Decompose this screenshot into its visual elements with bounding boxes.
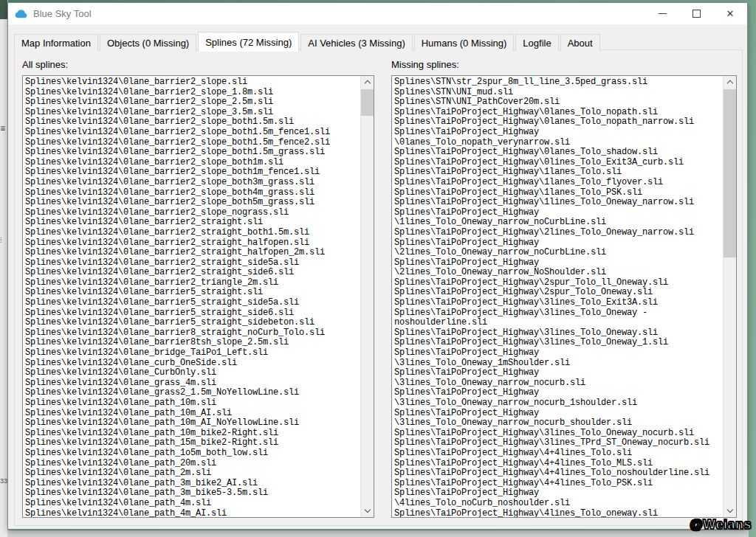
list-item[interactable]: Splines\TaiPoProject_Highway\2lines_Tolo… [394,228,721,238]
list-item[interactable]: Splines\TaiPoProject_Highway\0lines_Tolo… [394,158,721,168]
scroll-down-button[interactable] [361,505,374,517]
scroll-up-button[interactable] [361,76,374,89]
list-item[interactable]: Splines\kelvin1324\0lane_barrier2_slope_… [25,148,359,158]
list-item[interactable]: Splines\kelvin1324\0lane_grass_4m.sli [25,378,359,389]
list-item[interactable]: Splines\TaiPoProject_Highway\0lanes_Tolo… [394,148,721,158]
list-item[interactable]: Splines\kelvin1324\0lane_barrier2_slope_… [25,128,359,138]
list-item[interactable]: Splines\TaiPoProject_Highway\3lines_Tolo… [394,328,721,339]
scrollbar-thumb[interactable] [361,89,374,116]
missing-splines-listbox[interactable]: Splines\STN\str_2spur_8m_ll_line_3.5ped_… [391,75,737,518]
list-item[interactable]: Splines\kelvin1324\0lane_barrier5_straig… [25,298,359,308]
list-item[interactable]: Splines\kelvin1324\0lane_bridge_TaiPo1_L… [25,348,359,358]
list-item[interactable]: Splines\STN\str_2spur_8m_ll_line_3.5ped_… [394,77,721,88]
list-item[interactable]: Splines\kelvin1324\0lane_CurbOnly.sli [25,368,359,378]
list-item[interactable]: Splines\TaiPoProject_Highway [394,128,721,138]
list-item[interactable]: Splines\kelvin1324\0lane_barrier2_slope_… [25,117,359,128]
list-item[interactable]: Splines\TaiPoProject_Highway\4lines_Tolo… [394,509,721,517]
list-item[interactable]: Splines\kelvin1324\0lane_path_10m.sli [25,398,359,409]
list-item[interactable]: Splines\kelvin1324\0lane_barrier2_slope_… [25,188,359,198]
list-item[interactable]: Splines\kelvin1324\0lane_barrier2_slope_… [25,198,359,208]
list-item[interactable]: Splines\kelvin1324\0lane_path_2m.sli [25,468,359,479]
list-item[interactable]: Splines\kelvin1324\0lane_barrier2_slope_… [25,108,359,118]
list-item[interactable]: Splines\kelvin1324\0lane_barrier5_straig… [25,288,359,298]
list-item[interactable]: \3lines_Tolo_Oneway_narrow_nocurb.sli [394,378,721,389]
list-item[interactable]: Splines\TaiPoProject_Highway\1lanes_Tolo… [394,178,721,188]
close-button[interactable]: ✕ [713,3,747,24]
list-item[interactable]: Splines\kelvin1324\0lane_barrier2_slope_… [25,97,359,108]
list-item[interactable]: Splines\kelvin1324\0lane_barrier8_straig… [25,328,359,339]
list-item[interactable]: \4lines_Tolo_noCurb_noshoulder.sli [394,499,721,509]
list-item[interactable]: \1lines_Tolo_Oneway_narrow_noCurbLine.sl… [394,218,721,228]
tab-splines-72-missing[interactable]: Splines (72 Missing) [198,32,299,52]
list-item[interactable]: Splines\TaiPoProject_Highway [394,348,721,358]
tab-humans-0-missing[interactable]: Humans (0 Missing) [414,34,515,51]
list-item[interactable]: Splines\TaiPoProject_Highway\4+4lines_To… [394,468,721,479]
list-item[interactable]: Splines\TaiPoProject_Highway\3lines_TPrd… [394,438,721,448]
list-item[interactable]: \3lines_Tolo_Oneway_narrow_nocurb_should… [394,418,721,429]
scroll-down-button[interactable] [724,505,736,517]
all-splines-listbox[interactable]: Splines\kelvin1324\0lane_barrier2_slope.… [22,75,374,518]
list-item[interactable]: Splines\TaiPoProject_Highway\1lines_Tolo… [394,198,721,208]
list-item[interactable]: Splines\kelvin1324\0lane_barrier2_straig… [25,218,359,228]
list-item[interactable]: Splines\kelvin1324\0lane_barrier2_slope_… [25,88,359,98]
list-item[interactable]: \2lines_Tolo_Oneway_narrow_NoShoulder.sl… [394,268,721,278]
list-item[interactable]: Splines\kelvin1324\0lane_path_3m_bike2_A… [25,479,359,489]
list-item[interactable]: Splines\TaiPoProject_Highway\0lanes_Tolo… [394,108,721,118]
list-item[interactable]: Splines\kelvin1324\0lane_path_4m_AI.sli [25,509,359,517]
list-item[interactable]: Splines\kelvin1324\0lane_barrier2_slope_… [25,138,359,148]
list-item[interactable]: Splines\TaiPoProject_Highway\4+4lines_To… [394,479,721,489]
tab-logfile[interactable]: Logfile [515,34,558,51]
list-item[interactable]: Splines\kelvin1324\0lane_barrier2_slope_… [25,158,359,168]
list-item[interactable]: Splines\TaiPoProject_Highway [394,409,721,419]
titlebar[interactable]: Blue Sky Tool ✕ [8,3,747,24]
list-item[interactable]: Splines\TaiPoProject_Highway\2spur_Tolo_… [394,288,721,298]
list-item[interactable]: \3lines_Tolo_Oneway_1mShoulder.sli [394,358,721,369]
list-item[interactable]: Splines\kelvin1324\0lane_barrier2_straig… [25,238,359,249]
scrollbar-thumb[interactable] [724,89,736,257]
tab-about[interactable]: About [560,34,600,51]
list-item[interactable]: Splines\TaiPoProject_Highway\3lines_Tolo… [394,429,721,439]
list-item[interactable]: Splines\kelvin1324\0lane_barrier2_slope.… [25,77,359,88]
list-item[interactable]: Splines\kelvin1324\0lane_path_10m_bike2-… [25,429,359,439]
list-item[interactable]: Splines\TaiPoProject_Highway [394,208,721,218]
list-item[interactable]: Splines\kelvin1324\0lane_barrier2_slope_… [25,178,359,188]
list-item[interactable]: Splines\kelvin1324\0lane_barrier5_straig… [25,318,359,328]
list-item[interactable]: Splines\kelvin1324\0lane_barrier5_straig… [25,308,359,319]
list-item[interactable]: noshoulderline.sli [394,318,721,328]
list-item[interactable]: Splines\STN\UNI_PathCover20m.sli [394,97,721,108]
list-item[interactable]: Splines\TaiPoProject_Highway\3lines_Tolo… [394,308,721,319]
list-item[interactable]: Splines\kelvin1324\0lane_path_20m.sli [25,459,359,469]
list-item[interactable]: Splines\TaiPoProject_Highway\1lanes_Tolo… [394,188,721,198]
list-item[interactable]: Splines\kelvin1324\0lane_barrier2_straig… [25,258,359,268]
maximize-button[interactable] [679,3,713,24]
all-splines-scrollbar[interactable] [360,76,374,517]
missing-splines-scrollbar[interactable] [723,76,736,517]
list-item[interactable]: Splines\TaiPoProject_Highway\4+4lines_To… [394,448,721,459]
list-item[interactable]: Splines\TaiPoProject_Highway\3lines_Tolo… [394,338,721,348]
list-item[interactable]: Splines\kelvin1324\0lane_path_1o5m_both_… [25,448,359,459]
minimize-button[interactable] [645,3,679,24]
scroll-up-button[interactable] [724,76,736,89]
list-item[interactable]: Splines\kelvin1324\0lane_path_3m_bike5-3… [25,488,359,499]
list-item[interactable]: Splines\kelvin1324\0lane_barrier2_triang… [25,278,359,288]
list-item[interactable]: \0lanes_Tolo_nopath_verynarrow.sli [394,138,721,148]
tab-map-information[interactable]: Map Information [14,34,98,51]
list-item[interactable]: Splines\STN\UNI_mud.sli [394,88,721,98]
list-item[interactable]: \2lines_Tolo_Oneway_narrow_noCurbLine.sl… [394,248,721,258]
list-item[interactable]: Splines\TaiPoProject_Highway\4+4lines_To… [394,459,721,469]
list-item[interactable]: Splines\kelvin1324\0lane_barrier8tsh_slo… [25,338,359,348]
list-item[interactable]: Splines\TaiPoProject_Highway [394,388,721,398]
list-item[interactable]: Splines\TaiPoProject_Highway [394,368,721,378]
list-item[interactable]: Splines\kelvin1324\0lane_barrier2_slope_… [25,208,359,218]
list-item[interactable]: Splines\kelvin1324\0lane_barrier2_straig… [25,248,359,258]
list-item[interactable]: Splines\TaiPoProject_Highway\1lanes_Tolo… [394,167,721,178]
tab-ai-vehicles-3-missing[interactable]: AI Vehicles (3 Missing) [300,34,413,51]
list-item[interactable]: Splines\kelvin1324\0lane_grass2_1.5m_NoY… [25,388,359,398]
list-item[interactable]: Splines\TaiPoProject_Highway [394,258,721,268]
list-item[interactable]: Splines\TaiPoProject_Highway\2spur_Tolo_… [394,278,721,288]
list-item[interactable]: Splines\kelvin1324\0lane_path_10m_AI.sli [25,409,359,419]
list-item[interactable]: Splines\TaiPoProject_Highway [394,238,721,249]
list-item[interactable]: Splines\kelvin1324\0lane_barrier2_slope_… [25,167,359,178]
list-item[interactable]: \3lines_Tolo_Oneway_narrow_nocurb_1shoul… [394,398,721,409]
tab-objects-0-missing[interactable]: Objects (0 Missing) [100,34,196,51]
